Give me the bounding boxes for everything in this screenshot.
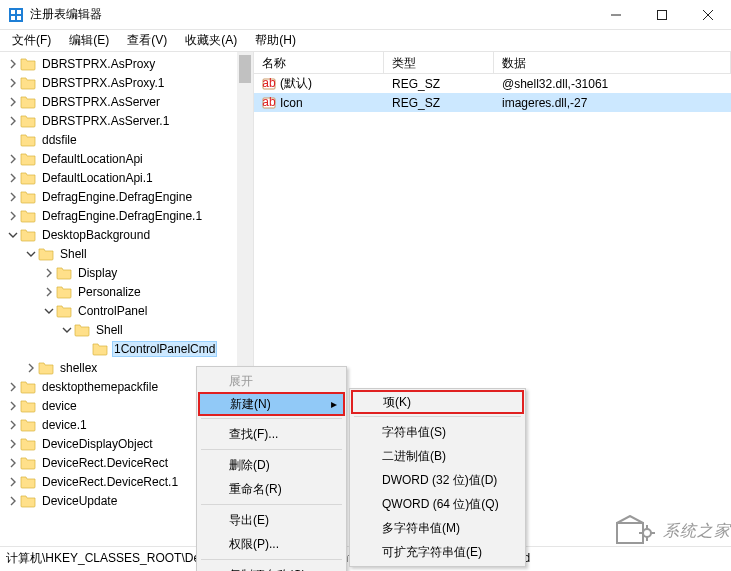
chevron-icon[interactable] [6,401,20,411]
context-menu-item[interactable]: 复制项名称(C) [199,563,344,571]
menu-item-label: 多字符串值(M) [382,520,460,537]
context-menu-item[interactable]: DWORD (32 位)值(D) [352,468,523,492]
tree-item[interactable]: 1ControlPanelCmd [0,339,253,358]
col-name[interactable]: 名称 [254,52,384,73]
tree-item[interactable]: DBRSTPRX.AsProxy.1 [0,73,253,92]
tree-item-label: DeviceRect.DeviceRect [40,455,170,471]
col-data[interactable]: 数据 [494,52,731,73]
maximize-button[interactable] [639,0,685,30]
menu-item[interactable]: 查看(V) [119,30,175,51]
tree-item-label: DefaultLocationApi.1 [40,170,155,186]
context-menu-item[interactable]: 二进制值(B) [352,444,523,468]
folder-icon [20,132,36,148]
chevron-icon[interactable] [6,78,20,88]
context-submenu-new[interactable]: 项(K)字符串值(S)二进制值(B)DWORD (32 位)值(D)QWORD … [349,388,526,567]
menu-item[interactable]: 文件(F) [4,30,59,51]
context-menu-item[interactable]: 删除(D) [199,453,344,477]
chevron-icon[interactable] [42,268,56,278]
tree-item-label: device [40,398,79,414]
chevron-icon[interactable] [42,306,56,316]
chevron-icon[interactable] [6,382,20,392]
menu-item[interactable]: 帮助(H) [247,30,304,51]
tree-item[interactable]: DesktopBackground [0,225,253,244]
chevron-icon[interactable] [6,59,20,69]
menu-separator [354,416,521,417]
tree-item-label: DeviceDisplayObject [40,436,155,452]
menu-item[interactable]: 收藏夹(A) [177,30,245,51]
context-menu-item[interactable]: 查找(F)... [199,422,344,446]
tree-item[interactable]: Shell [0,244,253,263]
context-menu-item[interactable]: 新建(N)▸ [198,392,345,416]
chevron-icon[interactable] [24,363,38,373]
menu-item-label: 删除(D) [229,457,270,474]
chevron-icon[interactable] [6,458,20,468]
menu-separator [201,449,342,450]
chevron-icon[interactable] [6,173,20,183]
tree-item[interactable]: Personalize [0,282,253,301]
svg-rect-6 [658,10,667,19]
submenu-arrow-icon: ▸ [331,397,337,411]
scroll-thumb[interactable] [239,55,251,83]
tree-item-label: DBRSTPRX.AsServer.1 [40,113,171,129]
svg-text:ab: ab [262,96,276,109]
context-menu-item[interactable]: 字符串值(S) [352,420,523,444]
folder-icon [74,322,90,338]
chevron-icon[interactable] [6,439,20,449]
chevron-icon[interactable] [6,230,20,240]
tree-item[interactable]: ddsfile [0,130,253,149]
col-type[interactable]: 类型 [384,52,494,73]
menu-item-label: 复制项名称(C) [229,567,306,572]
context-menu-item: 展开 [199,369,344,393]
value-row[interactable]: ab(默认)REG_SZ@shell32.dll,-31061 [254,74,731,93]
tree-item[interactable]: DBRSTPRX.AsServer [0,92,253,111]
chevron-icon[interactable] [6,496,20,506]
tree-item[interactable]: ControlPanel [0,301,253,320]
chevron-icon[interactable] [60,325,74,335]
chevron-icon[interactable] [6,477,20,487]
context-menu[interactable]: 展开新建(N)▸查找(F)...删除(D)重命名(R)导出(E)权限(P)...… [196,366,347,571]
tree-item[interactable]: DefragEngine.DefragEngine.1 [0,206,253,225]
tree-item[interactable]: Display [0,263,253,282]
context-menu-item[interactable]: QWORD (64 位)值(Q) [352,492,523,516]
list-header[interactable]: 名称 类型 数据 [254,52,731,74]
tree-item-label: Shell [94,322,125,338]
chevron-icon[interactable] [6,192,20,202]
close-button[interactable] [685,0,731,30]
chevron-icon[interactable] [6,116,20,126]
folder-icon [20,113,36,129]
tree-item[interactable]: DBRSTPRX.AsProxy [0,54,253,73]
minimize-button[interactable] [593,0,639,30]
menu-item-label: QWORD (64 位)值(Q) [382,496,499,513]
tree-item-label: DefragEngine.DefragEngine.1 [40,208,204,224]
folder-icon [20,436,36,452]
tree-item-label: Shell [58,246,89,262]
chevron-icon[interactable] [6,211,20,221]
value-row[interactable]: abIconREG_SZimageres.dll,-27 [254,93,731,112]
context-menu-item[interactable]: 重命名(R) [199,477,344,501]
tree-item[interactable]: DefaultLocationApi.1 [0,168,253,187]
chevron-icon[interactable] [6,97,20,107]
tree-item[interactable]: Shell [0,320,253,339]
context-menu-item[interactable]: 权限(P)... [199,532,344,556]
context-menu-item[interactable]: 导出(E) [199,508,344,532]
context-menu-item[interactable]: 可扩充字符串值(E) [352,540,523,564]
menu-item[interactable]: 编辑(E) [61,30,117,51]
tree-item-label: ddsfile [40,132,79,148]
context-menu-item[interactable]: 项(K) [351,390,524,414]
menu-item-label: 导出(E) [229,512,269,529]
tree-item-label: DBRSTPRX.AsServer [40,94,162,110]
tree-item-label: DBRSTPRX.AsProxy [40,56,157,72]
chevron-icon[interactable] [42,287,56,297]
svg-rect-3 [11,16,15,20]
chevron-icon[interactable] [6,420,20,430]
folder-icon [56,303,72,319]
tree-item[interactable]: DefragEngine.DefragEngine [0,187,253,206]
tree-item[interactable]: DefaultLocationApi [0,149,253,168]
menubar: 文件(F)编辑(E)查看(V)收藏夹(A)帮助(H) [0,30,731,52]
tree-item[interactable]: DBRSTPRX.AsServer.1 [0,111,253,130]
context-menu-item[interactable]: 多字符串值(M) [352,516,523,540]
chevron-icon[interactable] [24,249,38,259]
tree-item-label: DeviceUpdate [40,493,119,509]
values-list[interactable]: ab(默认)REG_SZ@shell32.dll,-31061abIconREG… [254,74,731,112]
chevron-icon[interactable] [6,154,20,164]
